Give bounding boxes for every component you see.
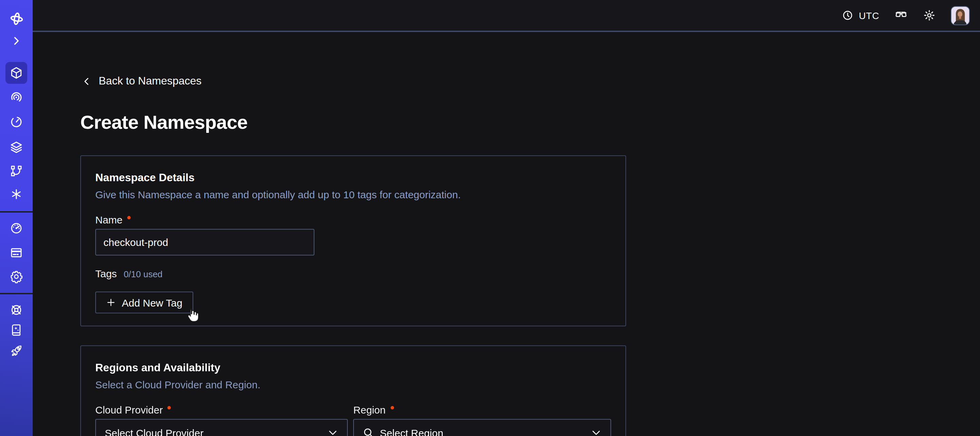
card-title: Namespace Details [95, 171, 611, 185]
required-dot [167, 406, 171, 409]
sidebar-divider [0, 293, 33, 294]
sidebar-item-workflows[interactable] [5, 86, 27, 108]
gauge-icon [10, 221, 23, 235]
layers-icon [10, 141, 23, 154]
cloud-provider-select[interactable]: Select Cloud Provider [95, 419, 348, 436]
chevron-right-icon [10, 35, 22, 47]
topbar: UTC [33, 0, 980, 32]
sidebar [0, 0, 33, 436]
sidebar-item-nexus[interactable] [5, 183, 27, 205]
tags-label-row: Tags 0/10 used [95, 268, 611, 281]
search-icon [363, 427, 374, 436]
card-title: Regions and Availability [95, 361, 611, 375]
name-label: Name [95, 214, 123, 225]
add-new-tag-label: Add New Tag [122, 297, 182, 308]
add-new-tag-button[interactable]: Add New Tag [95, 292, 193, 313]
region-label: Region [353, 404, 385, 415]
sidebar-item-usage[interactable] [5, 217, 27, 239]
chevron-down-icon [591, 427, 601, 436]
asterisk-icon [10, 187, 23, 201]
region-label-row: Region [353, 402, 611, 416]
timezone-label: UTC [859, 10, 879, 21]
region-form-columns: Cloud Provider Select Cloud Provider Reg… [95, 402, 611, 436]
temporal-logo-icon [8, 11, 24, 26]
cloud-provider-field: Cloud Provider Select Cloud Provider [95, 402, 348, 436]
sidebar-expand-button[interactable] [5, 30, 27, 52]
sidebar-item-namespaces[interactable] [5, 62, 27, 84]
create-namespace-page: UTC [0, 0, 980, 436]
sidebar-item-layers[interactable] [5, 136, 27, 158]
sidebar-item-getting-started[interactable] [5, 340, 27, 362]
cube-icon [10, 66, 23, 80]
sidebar-item-billing[interactable] [5, 242, 27, 264]
branch-icon [10, 164, 23, 178]
cloud-provider-label: Cloud Provider [95, 404, 163, 415]
sidebar-item-schedules[interactable] [5, 111, 27, 133]
namespace-name-input[interactable] [95, 229, 314, 256]
sidebar-item-settings[interactable] [5, 266, 27, 287]
regions-availability-card: Regions and Availability Select a Cloud … [80, 345, 626, 436]
region-field: Region Select Region [353, 402, 611, 436]
temporal-logo[interactable] [5, 8, 27, 29]
user-avatar[interactable] [951, 6, 970, 25]
glasses-icon [894, 8, 908, 22]
chevron-left-icon [82, 76, 91, 86]
wheel-icon [10, 303, 23, 317]
timer-icon [10, 115, 23, 129]
card-subtitle: Select a Cloud Provider and Region. [95, 378, 611, 392]
theme-toggle-button[interactable] [923, 9, 936, 22]
clock-icon [842, 10, 853, 21]
billing-panel-icon [10, 246, 23, 260]
avatar-image [951, 6, 969, 24]
sun-icon [923, 9, 936, 22]
book-sparkle-icon [10, 323, 23, 337]
tags-counter: 0/10 used [124, 269, 162, 279]
back-to-namespaces-link[interactable]: Back to Namespaces [82, 75, 202, 87]
region-placeholder: Select Region [380, 427, 443, 436]
plus-icon [106, 298, 116, 307]
chevron-down-icon [327, 427, 338, 436]
sidebar-item-deployments[interactable] [5, 160, 27, 182]
required-dot [127, 216, 130, 219]
gear-icon [10, 270, 23, 283]
page-title: Create Namespace [80, 112, 248, 134]
labs-mode-button[interactable] [894, 8, 908, 22]
cloud-provider-placeholder: Select Cloud Provider [105, 427, 204, 436]
required-dot [390, 406, 394, 409]
back-link-label: Back to Namespaces [99, 75, 202, 87]
sidebar-item-docs[interactable] [5, 319, 27, 341]
rocket-icon [10, 344, 23, 358]
card-subtitle: Give this Namespace a name and optionall… [95, 188, 611, 202]
topbar-actions: UTC [842, 0, 970, 31]
name-label-row: Name [95, 212, 611, 226]
timezone-button[interactable]: UTC [842, 10, 879, 21]
cloud-provider-label-row: Cloud Provider [95, 402, 348, 416]
sidebar-divider [0, 211, 33, 212]
sidebar-item-support[interactable] [5, 299, 27, 321]
tags-label: Tags [95, 268, 117, 279]
region-select[interactable]: Select Region [353, 419, 611, 436]
namespace-details-card: Namespace Details Give this Namespace a … [80, 155, 626, 326]
spiral-icon [10, 91, 23, 104]
